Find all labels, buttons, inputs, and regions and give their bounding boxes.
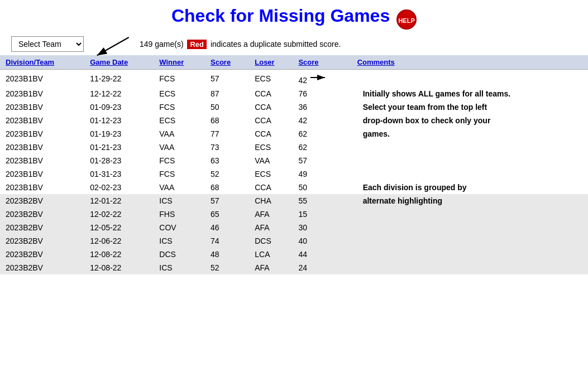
cell-score2: 15 — [293, 207, 351, 221]
cell-winner: FCS — [154, 167, 205, 181]
col-header-score2-link[interactable]: Score — [298, 58, 318, 66]
table-row: 2023B1BV11-29-22FCS57ECS42 — [0, 70, 588, 88]
table-body: 2023B1BV11-29-22FCS57ECS422023B1BV12-12-… — [0, 70, 588, 275]
cell-date: 01-31-23 — [84, 167, 154, 181]
col-header-score2[interactable]: Score — [293, 55, 351, 70]
cell-score2: 62 — [293, 141, 351, 154]
cell-date: 01-19-23 — [84, 127, 154, 141]
table-row: 2023B2BV12-06-22ICS74DCS40 — [0, 234, 588, 248]
table-row: 2023B1BV01-21-23VAA73ECS62 — [0, 141, 588, 154]
red-badge: Red — [187, 40, 207, 49]
cell-winner: ICS — [154, 194, 205, 207]
cell-score1: 52 — [205, 167, 249, 181]
cell-score1: 57 — [205, 194, 249, 207]
table-row: 2023B2BV12-08-22DCS48LCA44 — [0, 248, 588, 261]
cell-score2: 55 — [293, 194, 351, 207]
cell-loser: CHA — [249, 194, 293, 207]
cell-loser: CCA — [249, 114, 293, 127]
col-header-comments[interactable]: Comments — [352, 55, 588, 70]
game-count-area: 149 game(s) Red indicates a duplicate su… — [140, 40, 341, 49]
cell-score1: 73 — [205, 141, 249, 154]
cell-loser: AFA — [249, 221, 293, 234]
col-header-score1[interactable]: Score — [205, 55, 249, 70]
cell-score2: 44 — [293, 248, 351, 261]
cell-score1: 77 — [205, 127, 249, 141]
table-header-row: Division/Team Game Date Winner Score Los… — [0, 55, 588, 70]
cell-date: 12-08-22 — [84, 261, 154, 274]
cell-score2: 49 — [293, 167, 351, 181]
cell-winner: VAA — [154, 141, 205, 154]
cell-loser: ECS — [249, 167, 293, 181]
cell-comments — [352, 70, 588, 88]
table-row: 2023B1BV01-19-23VAA77CCA62games. — [0, 127, 588, 141]
col-header-loser[interactable]: Loser — [249, 55, 293, 70]
cell-score1: 52 — [205, 261, 249, 274]
team-select-wrapper: Select Team — [11, 36, 84, 52]
cell-score2: 62 — [293, 127, 351, 141]
cell-comments: games. — [352, 127, 588, 141]
cell-date: 01-28-23 — [84, 154, 154, 167]
cell-score1: 68 — [205, 181, 249, 194]
table-row: 2023B2BV12-08-22ICS52AFA24 — [0, 261, 588, 274]
col-header-loser-link[interactable]: Loser — [255, 58, 274, 66]
table-row: 2023B1BV12-12-22ECS87CCA76Initially show… — [0, 87, 588, 100]
cell-winner: FCS — [154, 154, 205, 167]
cell-division: 2023B1BV — [0, 154, 84, 167]
cell-loser: CCA — [249, 87, 293, 100]
table-row: 2023B1BV01-31-23FCS52ECS49 — [0, 167, 588, 181]
cell-comments: alternate highlighting — [352, 194, 588, 207]
cell-score1: 48 — [205, 248, 249, 261]
cell-date: 01-09-23 — [84, 100, 154, 114]
help-button[interactable]: HELP — [396, 9, 417, 30]
cell-comments — [352, 167, 588, 181]
cell-score2: 50 — [293, 181, 351, 194]
cell-score1: 65 — [205, 207, 249, 221]
col-header-comments-link[interactable]: Comments — [357, 58, 395, 66]
cell-score1: 57 — [205, 70, 249, 88]
cell-score1: 50 — [205, 100, 249, 114]
cell-date: 12-12-22 — [84, 87, 154, 100]
cell-score2: 24 — [293, 261, 351, 274]
cell-score1: 87 — [205, 87, 249, 100]
cell-division: 2023B2BV — [0, 234, 84, 248]
cell-division: 2023B1BV — [0, 181, 84, 194]
cell-score2: 36 — [293, 100, 351, 114]
cell-division: 2023B2BV — [0, 207, 84, 221]
cell-division: 2023B2BV — [0, 221, 84, 234]
table-row: 2023B2BV12-05-22COV46AFA30 — [0, 221, 588, 234]
cell-loser: AFA — [249, 207, 293, 221]
cell-winner: ECS — [154, 87, 205, 100]
col-header-division-link[interactable]: Division/Team — [6, 58, 54, 66]
col-header-division[interactable]: Division/Team — [0, 55, 84, 70]
cell-division: 2023B1BV — [0, 167, 84, 181]
cell-date: 12-08-22 — [84, 248, 154, 261]
col-header-winner[interactable]: Winner — [154, 55, 205, 70]
table-row: 2023B1BV01-28-23FCS63VAA57 — [0, 154, 588, 167]
cell-comments: Select your team from the top left — [352, 100, 588, 114]
cell-division: 2023B1BV — [0, 100, 84, 114]
cell-comments: drop-down box to check only your — [352, 114, 588, 127]
cell-loser: ECS — [249, 70, 293, 88]
cell-division: 2023B1BV — [0, 70, 84, 88]
cell-winner: FHS — [154, 207, 205, 221]
cell-date: 12-02-22 — [84, 207, 154, 221]
table-row: 2023B1BV01-09-23FCS50CCA36Select your te… — [0, 100, 588, 114]
col-header-date-link[interactable]: Game Date — [90, 58, 128, 66]
col-header-score1-link[interactable]: Score — [211, 58, 231, 66]
cell-score2: 42 — [293, 114, 351, 127]
cell-date: 11-29-22 — [84, 70, 154, 88]
cell-score1: 74 — [205, 234, 249, 248]
cell-winner: ECS — [154, 114, 205, 127]
cell-loser: VAA — [249, 154, 293, 167]
cell-division: 2023B2BV — [0, 248, 84, 261]
arrow-icon — [309, 72, 329, 83]
team-select-dropdown[interactable]: Select Team — [11, 36, 84, 52]
cell-winner: VAA — [154, 127, 205, 141]
cell-winner: FCS — [154, 70, 205, 88]
cell-score1: 63 — [205, 154, 249, 167]
col-header-winner-link[interactable]: Winner — [159, 58, 184, 66]
cell-comments — [352, 234, 588, 248]
cell-date: 01-12-23 — [84, 114, 154, 127]
cell-comments — [352, 207, 588, 221]
col-header-date[interactable]: Game Date — [84, 55, 154, 70]
